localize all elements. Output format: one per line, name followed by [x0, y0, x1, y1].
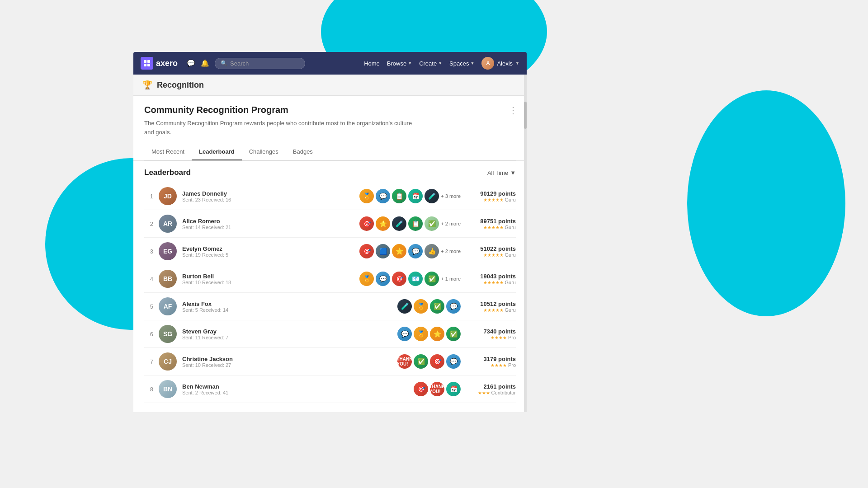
badge-icon: THANKYOU! [397, 354, 412, 369]
badge-icon: 📧 [408, 272, 423, 286]
badges-8: 🎯 THANKYOU! 📅 [414, 382, 461, 396]
svg-rect-0 [144, 60, 146, 63]
points-value-4: 19043 points [466, 273, 516, 280]
badge-icon: 💬 [376, 189, 390, 203]
user-info-3: Evelyn Gomez Sent: 19 Received: 5 [182, 245, 354, 258]
points-8: 2161 points ★★★ Contributor [466, 383, 516, 395]
badge-icon: 🎯 [392, 272, 406, 286]
user-stats-5: Sent: 5 Received: 14 [182, 307, 392, 313]
badge-icon: 🎯 [414, 382, 428, 396]
user-stats-4: Sent: 10 Received: 18 [182, 280, 354, 285]
rank-6: 6 [144, 331, 153, 338]
search-input[interactable] [230, 60, 284, 67]
user-name-5[interactable]: Alexis Fox [182, 300, 392, 307]
svg-rect-3 [147, 64, 150, 66]
badge-icon: ✅ [446, 327, 461, 341]
stars-4: ★★★★★ Guru [466, 280, 516, 285]
tab-challenges[interactable]: Challenges [242, 144, 286, 160]
badge-icon: 🧪 [397, 299, 412, 314]
badge-icon: 🟦 [376, 244, 390, 258]
badge-icon: 📅 [446, 382, 461, 396]
navbar: axero 💬 🔔 🔍 Home Browse ▼ Create ▼ Space… [133, 52, 527, 75]
time-filter-arrow: ▼ [510, 169, 516, 176]
badge-icon: 🏅 [359, 272, 374, 286]
badges-3: 🎯 🟦 ⭐ 💬 👍 + 2 more [359, 244, 461, 258]
page-content: 🏆 Recognition ⋮ Community Recognition Pr… [133, 75, 527, 412]
points-value-1: 90129 points [466, 190, 516, 197]
nav-spaces[interactable]: Spaces ▼ [449, 60, 474, 67]
user-info-2: Alice Romero Sent: 14 Received: 21 [182, 218, 354, 230]
badge-icon: ✅ [425, 216, 439, 231]
rank-7: 7 [144, 358, 153, 365]
user-stats-6: Sent: 11 Received: 7 [182, 335, 392, 340]
leaderboard-header: Leaderboard All Time ▼ [144, 161, 516, 183]
badge-icon: 🏅 [414, 299, 428, 314]
badge-icon: THANKYOU! [430, 382, 444, 396]
scrollbar-thumb[interactable] [524, 102, 527, 129]
points-7: 3179 points ★★★★ Pro [466, 356, 516, 368]
points-3: 51022 points ★★★★★ Guru [466, 245, 516, 258]
user-name-4[interactable]: Burton Bell [182, 273, 354, 280]
points-value-3: 51022 points [466, 245, 516, 252]
badges-5: 🧪 🏅 ✅ 💬 [397, 299, 461, 314]
user-name-6[interactable]: Steven Gray [182, 328, 392, 335]
badge-icon: ⭐ [430, 327, 444, 341]
badge-icon: 🎯 [430, 354, 444, 369]
user-name-1[interactable]: James Donnelly [182, 190, 354, 197]
user-name-7[interactable]: Christine Jackson [182, 356, 392, 362]
user-name-8[interactable]: Ben Newman [182, 383, 408, 390]
logo[interactable]: axero [141, 57, 178, 70]
stars-8: ★★★ Contributor [466, 390, 516, 395]
chat-icon[interactable]: 💬 [187, 59, 195, 67]
user-avatar: A [481, 57, 494, 70]
avatar-7: CJ [159, 352, 177, 371]
table-row: 8 BN Ben Newman Sent: 2 Received: 41 🎯 T… [144, 375, 516, 403]
avatar-5: AF [159, 297, 177, 315]
user-name-3[interactable]: Evelyn Gomez [182, 245, 354, 252]
user-name-2[interactable]: Alice Romero [182, 218, 354, 225]
user-stats-3: Sent: 19 Received: 5 [182, 252, 354, 258]
leaderboard-title: Leaderboard [144, 168, 191, 177]
rank-8: 8 [144, 386, 153, 393]
badges-2: 🎯 ⭐ 🧪 📋 ✅ + 2 more [359, 216, 461, 231]
navbar-user[interactable]: A Alexis ▼ [481, 57, 519, 70]
table-row: 7 CJ Christine Jackson Sent: 10 Received… [144, 348, 516, 375]
badge-icon: 💬 [446, 299, 461, 314]
badge-icon: 💬 [408, 244, 423, 258]
table-row: 1 JD James Donnelly Sent: 23 Received: 1… [144, 183, 516, 210]
nav-home[interactable]: Home [364, 60, 380, 67]
nav-create[interactable]: Create ▼ [419, 60, 442, 67]
trophy-icon: 🏆 [142, 80, 152, 90]
user-info-7: Christine Jackson Sent: 10 Received: 27 [182, 356, 392, 368]
scrollbar[interactable] [524, 75, 527, 412]
more-options-button[interactable]: ⋮ [509, 105, 518, 116]
program-desc: The Community Recognition Program reward… [144, 119, 415, 136]
program-title: Community Recognition Program [144, 105, 516, 115]
user-stats-7: Sent: 10 Received: 27 [182, 362, 392, 368]
stars-3: ★★★★★ Guru [466, 252, 516, 258]
avatar-8: BN [159, 380, 177, 398]
stars-1: ★★★★★ Guru [466, 197, 516, 202]
more-badges-3: + 2 more [441, 249, 461, 254]
avatar-6: SG [159, 325, 177, 343]
time-filter[interactable]: All Time ▼ [487, 169, 516, 176]
tab-most-recent[interactable]: Most Recent [144, 144, 192, 160]
table-row: 6 SG Steven Gray Sent: 11 Received: 7 💬 … [144, 320, 516, 348]
tab-leaderboard[interactable]: Leaderboard [192, 144, 242, 160]
nav-browse[interactable]: Browse ▼ [387, 60, 412, 67]
table-row: 3 EG Evelyn Gomez Sent: 19 Received: 5 🎯… [144, 238, 516, 265]
avatar-4: BB [159, 270, 177, 288]
username: Alexis [497, 60, 513, 67]
user-info-1: James Donnelly Sent: 23 Received: 16 [182, 190, 354, 202]
rank-4: 4 [144, 276, 153, 282]
user-info-8: Ben Newman Sent: 2 Received: 41 [182, 383, 408, 395]
badges-4: 🏅 💬 🎯 📧 ✅ + 1 more [359, 272, 461, 286]
bell-icon[interactable]: 🔔 [201, 59, 209, 67]
points-value-6: 7340 points [466, 328, 516, 335]
badge-icon: ✅ [414, 354, 428, 369]
badge-icon: 🧪 [425, 189, 439, 203]
tab-badges[interactable]: Badges [286, 144, 320, 160]
user-stats-1: Sent: 23 Received: 16 [182, 197, 354, 202]
more-badges-4: + 1 more [441, 276, 461, 282]
stars-6: ★★★★ Pro [466, 335, 516, 340]
